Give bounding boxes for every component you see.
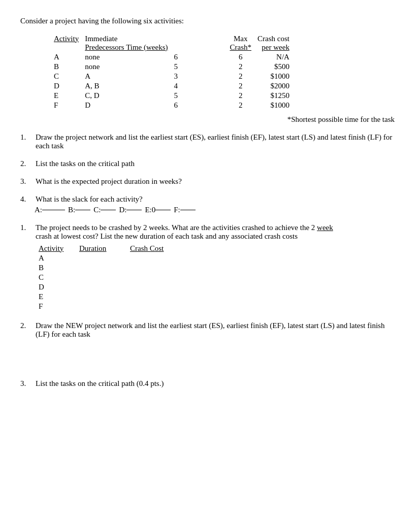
crash-cell-duration <box>75 302 126 311</box>
crash-cell-duration <box>75 263 126 273</box>
cell-time: 5 <box>171 62 186 72</box>
cell-pred: C, D <box>82 91 171 101</box>
col-header-time <box>171 34 186 52</box>
q2-num: 2. <box>20 159 33 168</box>
cell-spacer <box>186 81 227 91</box>
crash-cell-activity: B <box>35 263 75 273</box>
crash-cell-duration <box>75 253 126 263</box>
slack-a-blank[interactable] <box>42 210 65 210</box>
s2-q3-line: 3. List the tasks on the critical path (… <box>20 379 400 388</box>
table-row: F D 6 2 $1000 <box>51 101 293 110</box>
slack-e-label: E:0 <box>145 206 155 214</box>
slack-f-label: F: <box>174 206 180 214</box>
col-header-activity: Activity <box>51 34 82 52</box>
cell-crash-cost: $500 <box>254 62 293 72</box>
cell-time: 5 <box>171 91 186 101</box>
crash-cell-cost <box>126 273 182 282</box>
slack-c-blank[interactable] <box>101 210 116 210</box>
q2-text: List the tasks on the critical path <box>36 159 400 168</box>
cell-activity: E <box>51 91 82 101</box>
crash-col-crashcost: Crash Cost <box>126 244 182 253</box>
crash-cell-duration <box>75 273 126 282</box>
slack-f-blank[interactable] <box>180 210 196 210</box>
s2-question-3: 3. List the tasks on the critical path (… <box>20 379 400 388</box>
crash-cell-cost <box>126 292 182 302</box>
col-header-crash-cost: Crash cost per week <box>254 34 293 52</box>
s2-q3-text: List the tasks on the critical path (0.4… <box>36 379 400 388</box>
table-row: C A 3 2 $1000 <box>51 72 293 81</box>
crash-cell-activity: E <box>35 292 75 302</box>
cell-spacer <box>186 101 227 110</box>
crash-cell-duration <box>75 282 126 292</box>
activity-table-section: Activity Immediate Predecessors Time (we… <box>51 34 400 110</box>
s2-question-2: 2. Draw the NEW project network and list… <box>20 321 400 339</box>
table-row: A none 6 6 N/A <box>51 52 293 62</box>
crash-cell-activity: F <box>35 302 75 311</box>
cell-pred: A <box>82 72 171 81</box>
slack-line: A: B: C: D: E:0 F: <box>35 206 400 214</box>
cell-time: 3 <box>171 72 186 81</box>
questions-section: 1. Draw the project network and list the… <box>20 133 400 214</box>
crash-col-activity: Activity <box>35 244 75 253</box>
crash-text-1: The project needs to be crashed by 2 wee… <box>36 223 333 241</box>
cell-max-crash: 2 <box>227 101 254 110</box>
crash-table-row: F <box>35 302 182 311</box>
q4-num: 4. <box>20 195 33 204</box>
cell-spacer <box>186 91 227 101</box>
slack-d-blank[interactable] <box>126 210 142 210</box>
cell-spacer <box>186 72 227 81</box>
cell-crash-cost: $1000 <box>254 72 293 81</box>
cell-time: 4 <box>171 81 186 91</box>
q4-text: What is the slack for each activity? <box>36 195 400 204</box>
cell-crash-cost: $2000 <box>254 81 293 91</box>
s2-q2-line: 2. Draw the NEW project network and list… <box>20 321 400 339</box>
cell-crash-cost: $1250 <box>254 91 293 101</box>
crash-table-row: A <box>35 253 182 263</box>
q1-num: 1. <box>20 133 33 150</box>
q3-line: 3. What is the expected project duration… <box>20 177 400 186</box>
table-footnote: *Shortest possible time for the task <box>20 115 395 124</box>
crash-cell-cost <box>126 253 182 263</box>
crash-cell-cost <box>126 263 182 273</box>
col-header-spacer <box>186 34 227 52</box>
cell-time: 6 <box>171 52 186 62</box>
crash-col-duration: Duration <box>75 244 126 253</box>
cell-max-crash: 2 <box>227 62 254 72</box>
q1-text: Draw the project network and list the ea… <box>36 133 400 150</box>
s2-q2-num: 2. <box>20 321 33 339</box>
cell-crash-cost: N/A <box>254 52 293 62</box>
cell-pred: none <box>82 62 171 72</box>
intro-text: Consider a project having the following … <box>20 15 400 27</box>
crash-intro: 1. The project needs to be crashed by 2 … <box>20 223 400 241</box>
crash-table-row: E <box>35 292 182 302</box>
activity-table: Activity Immediate Predecessors Time (we… <box>51 34 293 110</box>
s2-q3-num: 3. <box>20 379 33 388</box>
slack-b-label: B: <box>68 206 75 214</box>
question-3: 3. What is the expected project duration… <box>20 177 400 186</box>
slack-a-label: A: <box>35 206 42 214</box>
col-header-max-crash: Max Crash* <box>227 34 254 52</box>
crash-cell-cost <box>126 302 182 311</box>
cell-activity: B <box>51 62 82 72</box>
cell-spacer <box>186 52 227 62</box>
col-header-imm-pred: Immediate Predecessors Time (weeks) <box>82 34 171 52</box>
table-row: D A, B 4 2 $2000 <box>51 81 293 91</box>
cell-activity: A <box>51 52 82 62</box>
crash-table-row: B <box>35 263 182 273</box>
slack-e-blank[interactable] <box>155 210 171 210</box>
cell-pred: D <box>82 101 171 110</box>
cell-max-crash: 2 <box>227 72 254 81</box>
crash-table: Activity Duration Crash Cost A B C <box>35 244 182 311</box>
crash-cell-activity: C <box>35 273 75 282</box>
cell-activity: D <box>51 81 82 91</box>
question-1: 1. Draw the project network and list the… <box>20 133 400 150</box>
q2-line: 2. List the tasks on the critical path <box>20 159 400 168</box>
q1-line: 1. Draw the project network and list the… <box>20 133 400 150</box>
crash-week-word: week <box>317 223 333 232</box>
slack-c-label: C: <box>93 206 101 214</box>
cell-time: 6 <box>171 101 186 110</box>
q4-line: 4. What is the slack for each activity? <box>20 195 400 204</box>
slack-b-blank[interactable] <box>75 210 90 210</box>
crash-cell-activity: D <box>35 282 75 292</box>
crash-cell-activity: A <box>35 253 75 263</box>
